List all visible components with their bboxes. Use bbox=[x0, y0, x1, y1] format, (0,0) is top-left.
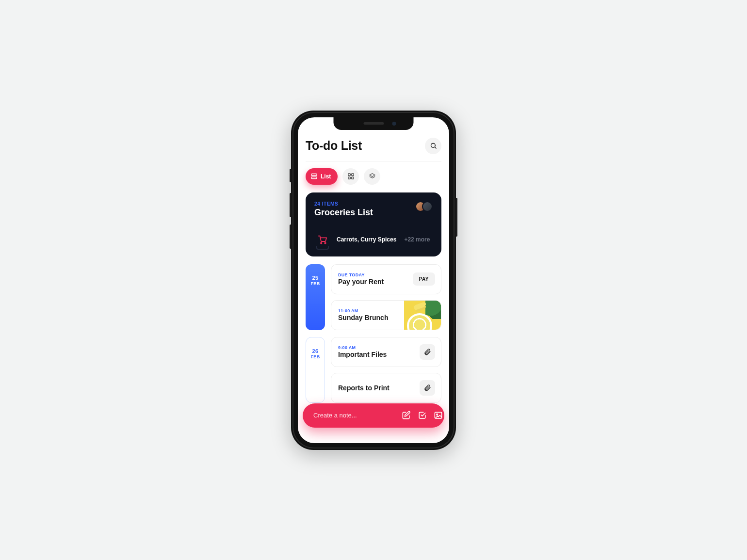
device-notch bbox=[334, 117, 414, 130]
event-pay-rent[interactable]: DUE TODAY Pay your Rent PAY bbox=[331, 264, 441, 294]
event-important-files[interactable]: 9:00 AM Important Files bbox=[331, 337, 441, 367]
phone-frame: To-do List List bbox=[291, 111, 456, 450]
checklist-icon bbox=[418, 411, 427, 420]
compose-note-button[interactable] bbox=[402, 410, 411, 421]
paperclip-icon bbox=[423, 348, 431, 356]
view-tabs: List bbox=[306, 161, 441, 192]
compose-checklist-button[interactable] bbox=[418, 410, 427, 421]
side-button bbox=[290, 169, 292, 182]
svg-rect-2 bbox=[311, 174, 317, 176]
svg-rect-3 bbox=[311, 177, 317, 179]
avatar bbox=[422, 201, 433, 212]
svg-rect-4 bbox=[348, 174, 350, 176]
svg-line-1 bbox=[435, 147, 436, 148]
layers-icon bbox=[369, 173, 376, 180]
featured-card-groceries[interactable]: 24 ITEMS Groceries List Carrots, Curry S… bbox=[306, 192, 441, 256]
app-root: To-do List List bbox=[298, 117, 449, 443]
tab-list-label: List bbox=[321, 173, 331, 180]
attachment-button[interactable] bbox=[420, 380, 435, 396]
day-events: 9:00 AM Important Files Reports to Print bbox=[331, 337, 441, 403]
svg-marker-8 bbox=[370, 174, 375, 176]
event-meta: 11:00 AM bbox=[338, 308, 388, 313]
side-button bbox=[290, 193, 292, 217]
side-button bbox=[290, 224, 292, 249]
pay-button[interactable]: PAY bbox=[413, 272, 435, 286]
event-sunday-brunch[interactable]: 11:00 AM Sunday Brunch bbox=[331, 300, 441, 330]
event-meta: DUE TODAY bbox=[338, 272, 384, 277]
date-month: FEB bbox=[310, 281, 320, 286]
event-thumbnail bbox=[404, 301, 441, 330]
tab-list[interactable]: List bbox=[306, 168, 338, 185]
event-name: Important Files bbox=[338, 351, 387, 358]
speaker-grill bbox=[363, 122, 384, 125]
create-note-input[interactable] bbox=[313, 412, 395, 419]
date-month: FEB bbox=[310, 354, 320, 359]
svg-point-9 bbox=[321, 242, 322, 244]
edit-icon bbox=[402, 411, 411, 420]
front-camera bbox=[392, 122, 396, 126]
date-day: 26 bbox=[312, 348, 318, 354]
phone-screen: To-do List List bbox=[298, 117, 449, 443]
attachment-button[interactable] bbox=[420, 344, 435, 360]
paperclip-icon bbox=[423, 384, 431, 392]
tab-grid[interactable] bbox=[342, 168, 359, 185]
featured-avatars bbox=[415, 201, 433, 212]
side-button bbox=[455, 198, 457, 237]
svg-point-12 bbox=[437, 414, 438, 416]
cart-icon bbox=[314, 231, 331, 248]
featured-more-label: +22 more bbox=[404, 236, 430, 243]
search-button[interactable] bbox=[425, 138, 441, 154]
svg-rect-5 bbox=[352, 174, 354, 176]
page-title: To-do List bbox=[306, 139, 362, 153]
app-header: To-do List bbox=[306, 138, 441, 161]
event-name: Pay your Rent bbox=[338, 278, 384, 286]
tab-layers[interactable] bbox=[364, 168, 380, 185]
featured-preview-items: Carrots, Curry Spices bbox=[337, 236, 396, 243]
create-note-composer[interactable] bbox=[303, 403, 444, 428]
image-icon bbox=[434, 411, 443, 420]
date-column[interactable]: 26 FEB bbox=[306, 337, 325, 403]
compose-image-button[interactable] bbox=[434, 410, 443, 421]
event-reports-to-print[interactable]: Reports to Print bbox=[331, 373, 441, 403]
svg-point-10 bbox=[325, 242, 326, 244]
svg-rect-7 bbox=[352, 177, 354, 179]
svg-rect-6 bbox=[348, 177, 350, 179]
event-meta: 9:00 AM bbox=[338, 345, 387, 350]
day-row: 25 FEB DUE TODAY Pay your Rent PAY 11:00… bbox=[306, 264, 441, 330]
list-icon bbox=[310, 173, 318, 180]
featured-preview: Carrots, Curry Spices +22 more bbox=[314, 231, 433, 248]
day-events: DUE TODAY Pay your Rent PAY 11:00 AM Sun… bbox=[331, 264, 441, 330]
search-icon bbox=[430, 142, 437, 149]
home-indicator[interactable] bbox=[344, 437, 403, 439]
date-column[interactable]: 25 FEB bbox=[306, 264, 325, 330]
event-name: Sunday Brunch bbox=[338, 314, 388, 321]
event-name: Reports to Print bbox=[338, 384, 390, 392]
date-day: 25 bbox=[312, 275, 318, 281]
day-row: 26 FEB 9:00 AM Important Files bbox=[306, 337, 441, 403]
grid-icon bbox=[347, 173, 355, 180]
